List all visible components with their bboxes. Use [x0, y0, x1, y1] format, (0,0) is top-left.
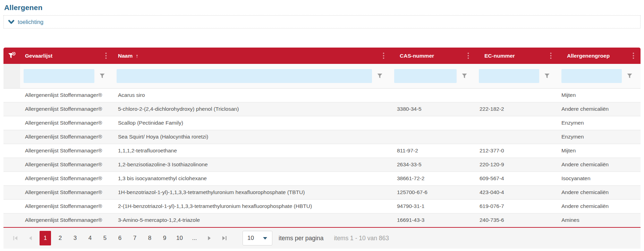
- last-page-button[interactable]: [219, 231, 230, 245]
- cell-ec: 619-076-7: [475, 199, 558, 213]
- filter-button-ec[interactable]: [540, 69, 554, 83]
- pager-page-4[interactable]: 4: [84, 231, 96, 245]
- column-label: Naam: [118, 53, 133, 59]
- page-size-value: 10: [247, 235, 254, 242]
- cell-spacer: [3, 185, 20, 199]
- cell-gevaarlijst: Allergenenlijst Stoffenmanager®: [20, 171, 113, 185]
- column-menu-icon[interactable]: [383, 52, 384, 59]
- cell-gevaarlijst: Allergenenlijst Stoffenmanager®: [20, 213, 113, 227]
- pager-page-10[interactable]: 10: [174, 231, 185, 245]
- table-row[interactable]: Allergenenlijst Stoffenmanager®1H-benzot…: [3, 185, 641, 199]
- previous-page-icon: [29, 236, 32, 241]
- cell-cas: [391, 116, 475, 130]
- grid-filter-row: [3, 64, 641, 88]
- column-header-naam[interactable]: Naam ↑: [113, 48, 391, 64]
- column-menu-icon[interactable]: [105, 52, 107, 59]
- column-menu-icon[interactable]: [467, 52, 469, 59]
- funnel-icon: [100, 73, 105, 78]
- cell-gevaarlijst: Allergenenlijst Stoffenmanager®: [20, 144, 113, 158]
- cell-cas: 811-97-2: [391, 144, 475, 158]
- filter-button-allergenengroep[interactable]: [622, 69, 636, 83]
- filter-input-naam[interactable]: [117, 69, 372, 83]
- filter-input-ec[interactable]: [479, 69, 539, 83]
- cell-naam: 2-(1H-benzotriazol-1-yl)-1,1,3,3-tetrame…: [113, 199, 391, 213]
- cell-naam: 1,2-benzisotiazoline-3 Isothiazolinone: [113, 158, 391, 171]
- column-menu-icon[interactable]: [550, 52, 552, 59]
- funnel-icon: [377, 73, 382, 78]
- cell-spacer: [3, 158, 20, 171]
- cell-spacer: [3, 130, 20, 144]
- filter-input-allergenengroep[interactable]: [561, 69, 622, 83]
- filter-button-cas[interactable]: [457, 69, 471, 83]
- table-row[interactable]: Allergenenlijst Stoffenmanager®Acarus si…: [3, 88, 641, 102]
- table-row[interactable]: Allergenenlijst Stoffenmanager®Sea Squir…: [3, 130, 641, 144]
- table-row[interactable]: Allergenenlijst Stoffenmanager®5-chloro-…: [3, 102, 641, 116]
- pager-page-5[interactable]: 5: [99, 231, 111, 245]
- funnel-icon: [627, 73, 632, 78]
- allergens-table: Gevaarlijst Naam ↑: [3, 48, 641, 227]
- first-page-button[interactable]: [10, 231, 21, 245]
- funnel-clear-icon: [8, 52, 16, 60]
- pager-page-7[interactable]: 7: [129, 231, 141, 245]
- column-menu-icon[interactable]: [633, 52, 634, 59]
- sort-ascending-icon: ↑: [136, 53, 138, 59]
- chevron-down-icon: [8, 20, 15, 24]
- cell-groep: Enzymen: [558, 116, 641, 130]
- cell-groep: Andere chemicaliën: [558, 158, 641, 171]
- column-header-allergenengroep[interactable]: Allergenengroep: [558, 48, 641, 64]
- filter-input-cas[interactable]: [394, 69, 457, 83]
- cell-groep: Mijten: [558, 88, 641, 102]
- cell-groep: Enzymen: [558, 130, 641, 144]
- pager-page-9[interactable]: 9: [159, 231, 170, 245]
- cell-ec: 423-040-4: [475, 185, 558, 199]
- pager-page-1[interactable]: 1: [40, 231, 51, 245]
- cell-cas: 94790-31-1: [391, 199, 475, 213]
- table-row[interactable]: Allergenenlijst Stoffenmanager®3-Amino-5…: [3, 213, 641, 227]
- cell-groep: Andere chemicaliën: [558, 102, 641, 116]
- cell-spacer: [3, 199, 20, 213]
- column-label: CAS-nummer: [400, 53, 434, 59]
- pager-page-6[interactable]: 6: [114, 231, 126, 245]
- pager-page-3[interactable]: 3: [69, 231, 81, 245]
- toelichting-toggle[interactable]: toelichting: [3, 15, 641, 28]
- cell-spacer: [3, 144, 20, 158]
- page: Allergenen toelichting: [0, 0, 644, 249]
- cell-spacer: [3, 213, 20, 227]
- cell-groep: Amines: [558, 213, 641, 227]
- cell-gevaarlijst: Allergenenlijst Stoffenmanager®: [20, 158, 113, 171]
- pager-ellipsis[interactable]: ...: [189, 231, 200, 245]
- table-row[interactable]: Allergenenlijst Stoffenmanager®1,3 bis i…: [3, 171, 641, 185]
- next-page-button[interactable]: [204, 231, 215, 245]
- table-row[interactable]: Allergenenlijst Stoffenmanager®2-(1H-ben…: [3, 199, 641, 213]
- table-row[interactable]: Allergenenlijst Stoffenmanager®1,2-benzi…: [3, 158, 641, 171]
- page-size-select[interactable]: 10: [243, 231, 272, 245]
- funnel-icon: [462, 73, 467, 78]
- cell-cas: [391, 88, 475, 102]
- pager-page-2[interactable]: 2: [54, 231, 66, 245]
- cell-ec: [475, 116, 558, 130]
- items-range-label: items 1 - 10 van 863: [334, 235, 389, 242]
- header-cell-clear: [3, 48, 20, 64]
- pager-page-8[interactable]: 8: [144, 231, 155, 245]
- cell-ec: 212-377-0: [475, 144, 558, 158]
- clear-filters-button[interactable]: [3, 48, 20, 64]
- table-row[interactable]: Allergenenlijst Stoffenmanager®Scallop (…: [3, 116, 641, 130]
- filter-input-gevaarlijst[interactable]: [24, 69, 94, 83]
- grid-header-row: Gevaarlijst Naam ↑: [3, 48, 641, 64]
- filter-button-gevaarlijst[interactable]: [95, 69, 109, 83]
- cell-cas: 16691-43-3: [391, 213, 475, 227]
- cell-ec: 240-735-6: [475, 213, 558, 227]
- column-header-gevaarlijst[interactable]: Gevaarlijst: [20, 48, 113, 64]
- previous-page-button[interactable]: [25, 231, 36, 245]
- filter-button-naam[interactable]: [373, 69, 387, 83]
- cell-cas: 3380-34-5: [391, 102, 475, 116]
- items-per-page-label: items per pagina: [279, 235, 323, 242]
- cell-naam: 1,3 bis isocyanatomethyl ciclohexane: [113, 171, 391, 185]
- column-header-cas[interactable]: CAS-nummer: [391, 48, 475, 64]
- funnel-icon: [544, 73, 550, 78]
- column-header-ec[interactable]: EC-nummer: [475, 48, 558, 64]
- cell-naam: 5-chloro-2-(2,4-dichlorohydroxy) phenol …: [113, 102, 391, 116]
- table-row[interactable]: Allergenenlijst Stoffenmanager®1,1,1,2-t…: [3, 144, 641, 158]
- cell-groep: Mijten: [558, 144, 641, 158]
- cell-ec: 222-182-2: [475, 102, 558, 116]
